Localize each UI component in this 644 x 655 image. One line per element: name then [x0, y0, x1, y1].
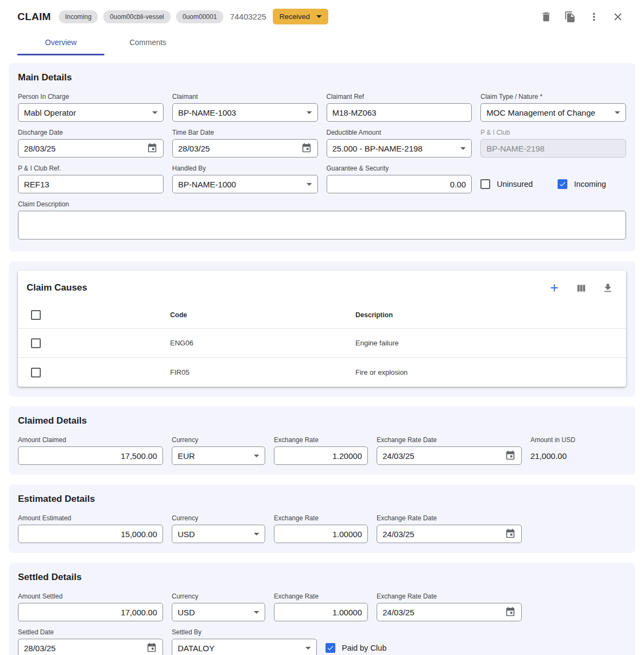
section-title: Main Details — [18, 72, 626, 83]
claim-type-field: Claim Type / Nature * MOC Management of … — [480, 93, 626, 122]
field-label: Exchange Rate — [274, 514, 368, 522]
paid-by-club-cell: Paid by Club — [326, 639, 626, 655]
pi-club-input: BP-NAME-2198 — [480, 139, 626, 158]
columns-icon — [576, 282, 587, 294]
row-checkbox[interactable] — [31, 338, 41, 348]
uninsured-checkbox[interactable] — [480, 179, 490, 189]
claim-description-textarea[interactable] — [18, 211, 626, 240]
chevron-down-icon — [254, 611, 259, 614]
paid-by-club-checkbox[interactable] — [326, 643, 335, 653]
field-label: Amount Claimed — [18, 436, 163, 444]
section-title: Claimed Details — [18, 415, 626, 426]
incoming-checkbox[interactable] — [558, 179, 567, 189]
direction-badge: Incoming — [59, 10, 98, 23]
chevron-down-icon — [307, 111, 312, 114]
amount-claimed-input[interactable] — [18, 446, 163, 465]
exchange-rate-date-input[interactable]: 24/03/25 — [377, 446, 522, 465]
field-label: Exchange Rate — [274, 593, 368, 600]
cell-code: ENG06 — [170, 339, 355, 347]
field-label: Claimant Ref — [327, 93, 472, 100]
field-label: Settled Date — [18, 628, 163, 636]
settled-details-section: Settled Details Amount Settled Currency … — [9, 563, 635, 655]
currency-field: Currency USD — [172, 514, 265, 543]
settled-by-select[interactable]: DATALOY — [172, 639, 317, 655]
currency-field: Currency USD — [172, 593, 265, 621]
guarantee-security-input[interactable] — [327, 175, 472, 193]
handled-by-field: Handled By BP-NAME-1000 — [172, 165, 318, 193]
columns-button[interactable] — [574, 281, 589, 295]
calendar-icon[interactable] — [505, 450, 516, 462]
field-label: Currency — [172, 593, 265, 600]
more-button[interactable] — [586, 9, 602, 24]
tab-comments[interactable]: Comments — [104, 32, 191, 55]
cell-description: Fire or explosion — [355, 368, 626, 376]
person-in-charge-select[interactable]: Mabl Operator — [18, 103, 164, 122]
amount-in-usd-value: 21,000.00 — [530, 446, 626, 465]
field-label: Currency — [172, 514, 265, 522]
field-label: Guarantee & Security — [327, 165, 472, 172]
cell-description: Engine failure — [355, 339, 626, 347]
calendar-icon[interactable] — [505, 606, 516, 619]
row-checkbox[interactable] — [31, 368, 41, 377]
select-all-checkbox[interactable] — [31, 310, 41, 320]
table-row[interactable]: FIR05 Fire or explosion — [18, 357, 626, 387]
settled-date-input[interactable]: 28/03/25 — [18, 639, 163, 655]
download-button[interactable] — [601, 281, 615, 295]
amount-estimated-field: Amount Estimated — [18, 514, 163, 543]
amount-estimated-input[interactable] — [18, 525, 163, 543]
field-label: Deductible Amount — [327, 129, 472, 136]
currency-select[interactable]: EUR — [172, 446, 265, 465]
field-label: Person In Charge — [18, 93, 164, 100]
calendar-icon[interactable] — [146, 642, 157, 654]
exchange-rate-date-field: Exchange Rate Date 24/03/25 — [377, 436, 522, 465]
time-bar-date-field: Time Bar Date 28/03/25 — [172, 129, 318, 158]
time-bar-date-input[interactable]: 28/03/25 — [172, 139, 318, 158]
amount-settled-input[interactable] — [18, 603, 163, 621]
discharge-date-input[interactable]: 28/03/25 — [18, 139, 164, 158]
exchange-rate-field: Exchange Rate — [274, 593, 368, 621]
calendar-icon[interactable] — [301, 142, 312, 155]
copy-button[interactable] — [562, 9, 578, 24]
pi-club-ref-input[interactable] — [18, 175, 164, 193]
field-label: Claim Description — [18, 200, 626, 208]
exchange-rate-input[interactable] — [274, 446, 368, 465]
tab-bar: Overview Comments — [17, 32, 626, 55]
currency-select[interactable]: USD — [172, 603, 265, 621]
check-icon — [559, 180, 566, 188]
field-label: Settled By — [172, 628, 317, 636]
calendar-icon[interactable] — [505, 528, 516, 540]
calendar-icon[interactable] — [147, 142, 158, 155]
tab-overview[interactable]: Overview — [17, 32, 104, 55]
column-header-code: Code — [170, 311, 355, 319]
cell-code: FIR05 — [170, 368, 355, 376]
chevron-down-icon — [460, 147, 466, 150]
amount-claimed-field: Amount Claimed — [18, 436, 163, 465]
more-icon — [588, 11, 600, 23]
exchange-rate-date-input[interactable]: 24/03/25 — [377, 603, 522, 621]
currency-field: Currency EUR — [172, 436, 265, 465]
exchange-rate-input[interactable] — [274, 603, 368, 621]
exchange-rate-input[interactable] — [274, 525, 368, 543]
checkbox-label: Incoming — [574, 180, 606, 188]
claimant-ref-field: Claimant Ref — [327, 93, 472, 122]
handled-by-select[interactable]: BP-NAME-1000 — [172, 175, 318, 193]
add-row-button[interactable] — [547, 280, 562, 295]
delete-button[interactable] — [539, 9, 554, 24]
status-dropdown-button[interactable]: Received — [273, 9, 328, 24]
vessel-badge: 0uom00cbli-vessel — [103, 10, 170, 23]
close-button[interactable] — [610, 9, 626, 24]
field-label: Exchange Rate — [274, 436, 368, 444]
claimed-details-section: Claimed Details Amount Claimed Currency … — [9, 406, 635, 475]
deductible-amount-select[interactable]: 25.000 - BP-NAME-2198 — [327, 139, 472, 158]
claim-type-select[interactable]: MOC Management of Change — [480, 103, 626, 122]
field-label: Currency — [172, 436, 265, 444]
claimant-ref-input[interactable] — [327, 103, 472, 122]
checkbox-label: Paid by Club — [342, 644, 386, 652]
copy-icon — [564, 11, 576, 23]
claim-number: 74403225 — [230, 12, 266, 21]
claimant-select[interactable]: BP-NAME-1003 — [172, 103, 318, 122]
currency-select[interactable]: USD — [172, 525, 265, 543]
amount-in-usd-field: Amount in USD 21,000.00 — [530, 436, 626, 465]
exchange-rate-date-input[interactable]: 24/03/25 — [377, 525, 522, 543]
table-row[interactable]: ENG06 Engine failure — [18, 328, 626, 357]
